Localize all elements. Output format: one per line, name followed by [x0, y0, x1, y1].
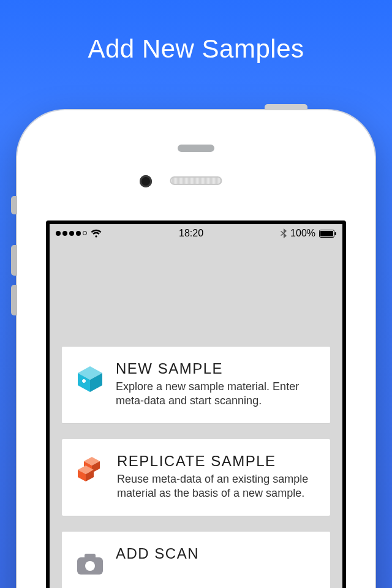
battery-percent: 100%	[290, 228, 315, 239]
phone-front-camera	[140, 175, 152, 187]
phone-mockup: 18:20 100%	[17, 110, 375, 588]
phone-volume-up	[11, 245, 17, 276]
card-title: ADD SCAN	[116, 545, 317, 562]
card-new-sample[interactable]: NEW SAMPLE Explore a new sample material…	[62, 347, 330, 423]
battery-icon	[319, 230, 336, 238]
svg-rect-1	[320, 231, 333, 236]
card-desc: Explore a new sample material. Enter met…	[116, 380, 317, 409]
box-plus-icon	[75, 364, 105, 393]
svg-point-16	[85, 561, 95, 571]
wifi-icon	[91, 229, 102, 238]
svg-rect-15	[85, 554, 96, 560]
card-add-scan[interactable]: ADD SCAN	[62, 532, 330, 588]
card-title: REPLICATE SAMPLE	[117, 453, 317, 470]
phone-volume-down	[11, 285, 17, 315]
status-bar: 18:20 100%	[50, 224, 342, 243]
card-desc: Reuse meta-data of an existing sample ma…	[117, 472, 317, 501]
signal-strength-icon	[56, 231, 87, 236]
phone-sensor-bar	[178, 145, 214, 152]
card-title: NEW SAMPLE	[116, 360, 317, 377]
status-bar-time: 18:20	[179, 228, 203, 239]
bluetooth-icon	[281, 228, 287, 238]
phone-power-button	[265, 104, 307, 110]
phone-mute-switch	[11, 196, 17, 214]
camera-plus-icon	[75, 549, 105, 578]
card-replicate-sample[interactable]: REPLICATE SAMPLE Reuse meta-data of an e…	[62, 439, 330, 516]
phone-screen: 18:20 100%	[46, 221, 346, 588]
page-title: Add New Samples	[0, 0, 392, 64]
content-area: NEW SAMPLE Explore a new sample material…	[50, 243, 342, 588]
svg-rect-2	[335, 232, 336, 235]
phone-ear-speaker	[170, 176, 222, 185]
boxes-icon	[75, 456, 106, 486]
